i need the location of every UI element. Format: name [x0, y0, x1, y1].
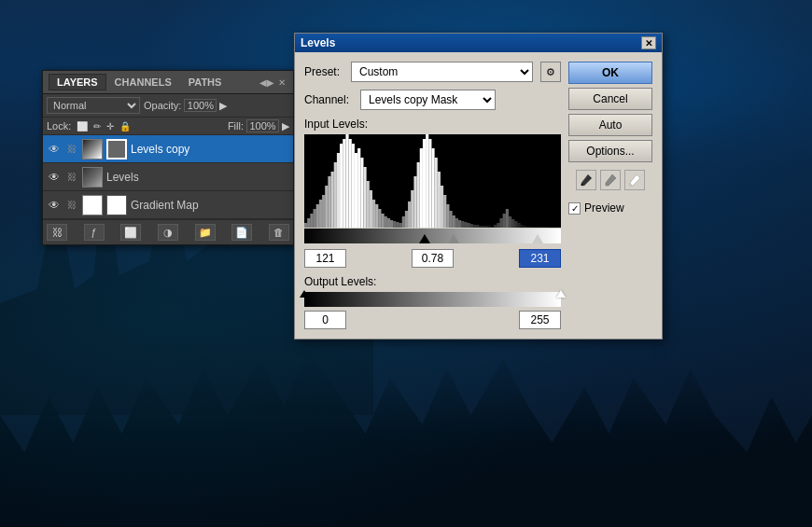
- svg-rect-21: [367, 181, 370, 228]
- lock-label: Lock:: [47, 120, 71, 132]
- layer-link-gradient-map[interactable]: ⛓: [65, 200, 78, 210]
- svg-rect-77: [532, 227, 535, 228]
- layer-row-gradient-map[interactable]: 👁 ⛓ Gradient Map: [43, 191, 293, 219]
- lock-all-icon[interactable]: 🔒: [119, 121, 131, 132]
- svg-rect-24: [375, 204, 378, 228]
- fill-arrow[interactable]: ▶: [282, 120, 289, 132]
- link-layers-btn[interactable]: ⛓: [47, 224, 67, 241]
- svg-point-84: [630, 184, 632, 186]
- layer-style-btn[interactable]: ƒ: [84, 224, 105, 241]
- svg-rect-54: [464, 222, 467, 228]
- svg-rect-38: [417, 162, 420, 228]
- tab-layers[interactable]: LAYERS: [49, 74, 106, 90]
- svg-rect-67: [503, 214, 506, 228]
- svg-rect-46: [441, 186, 443, 228]
- layer-eye-levels[interactable]: 👁: [47, 171, 62, 184]
- preset-select[interactable]: Custom Default: [351, 62, 533, 82]
- delete-layer-btn[interactable]: 🗑: [269, 224, 289, 241]
- svg-rect-45: [438, 172, 441, 228]
- svg-rect-39: [420, 148, 423, 228]
- layers-toolbar: Normal Multiply Screen Opacity: ▶: [43, 94, 293, 118]
- layer-mask-gradient-map: [106, 195, 127, 215]
- svg-rect-78: [536, 227, 539, 228]
- eyedropper-row: [568, 170, 652, 190]
- svg-rect-31: [396, 222, 399, 228]
- svg-rect-8: [328, 176, 330, 228]
- input-black-value[interactable]: [304, 249, 346, 268]
- preset-settings-btn[interactable]: ⚙: [540, 62, 561, 82]
- svg-rect-27: [385, 216, 387, 228]
- input-levels-label: Input Levels:: [304, 118, 561, 131]
- layer-mask-btn[interactable]: ⬜: [120, 224, 141, 241]
- fill-input[interactable]: [246, 119, 279, 132]
- output-white-handle[interactable]: [556, 290, 566, 298]
- layer-link-levels-copy[interactable]: ⛓: [65, 144, 78, 154]
- fill-row: Fill: ▶: [228, 119, 289, 132]
- svg-rect-47: [443, 195, 446, 228]
- input-black-handle[interactable]: [419, 234, 430, 243]
- lock-move-icon[interactable]: ✛: [106, 121, 114, 132]
- svg-rect-75: [526, 227, 529, 228]
- output-black-value[interactable]: [304, 311, 346, 329]
- new-group-btn[interactable]: 📁: [195, 224, 216, 241]
- panel-close-btn[interactable]: ✕: [276, 76, 287, 88]
- lock-paint-icon[interactable]: ✏: [93, 121, 101, 132]
- input-mid-handle[interactable]: [448, 234, 459, 243]
- auto-button[interactable]: Auto: [568, 114, 652, 136]
- svg-rect-42: [428, 139, 431, 228]
- svg-rect-11: [337, 153, 340, 228]
- svg-rect-26: [382, 214, 385, 228]
- output-white-value[interactable]: [519, 311, 561, 329]
- svg-rect-61: [485, 226, 488, 228]
- svg-rect-72: [517, 223, 520, 228]
- white-eyedropper-btn[interactable]: [624, 170, 645, 190]
- layer-row-levels-copy[interactable]: 👁 ⛓ Levels copy: [43, 135, 293, 163]
- input-white-value[interactable]: [519, 249, 561, 268]
- panel-menu-btn[interactable]: ◀▶: [261, 76, 273, 88]
- svg-rect-12: [340, 144, 343, 228]
- ok-button[interactable]: OK: [568, 62, 652, 84]
- layer-eye-levels-copy[interactable]: 👁: [47, 143, 62, 156]
- output-slider-area[interactable]: [304, 292, 561, 307]
- svg-rect-71: [514, 221, 517, 228]
- svg-rect-37: [413, 176, 416, 228]
- svg-rect-29: [390, 220, 393, 228]
- options-button[interactable]: Options...: [568, 140, 652, 162]
- svg-rect-35: [408, 201, 411, 228]
- levels-dialog: Levels ✕ Preset: Custom Default ⚙ Channe…: [294, 33, 663, 340]
- dialog-left-panel: Preset: Custom Default ⚙ Channel: Levels…: [304, 62, 561, 329]
- gray-eyedropper-btn[interactable]: [600, 170, 621, 190]
- svg-point-83: [606, 184, 608, 186]
- channel-select[interactable]: Levels copy Mask RGB Red Green Blue: [360, 90, 496, 110]
- adjustment-layer-btn[interactable]: ◑: [158, 224, 178, 241]
- opacity-input[interactable]: [184, 99, 217, 112]
- svg-rect-55: [468, 223, 470, 228]
- input-white-handle[interactable]: [532, 234, 543, 243]
- layer-name-levels-copy: Levels copy: [131, 143, 289, 156]
- layer-mask-levels-copy: [106, 139, 127, 159]
- tab-channels[interactable]: CHANNELS: [106, 74, 180, 90]
- black-eyedropper-btn[interactable]: [576, 170, 596, 190]
- svg-rect-69: [509, 216, 511, 228]
- preview-row: ✓ Preview: [568, 201, 652, 215]
- blend-mode-select[interactable]: Normal Multiply Screen: [47, 97, 140, 114]
- tab-paths[interactable]: PATHS: [180, 74, 231, 90]
- layer-eye-gradient-map[interactable]: 👁: [47, 199, 62, 212]
- input-mid-value[interactable]: [412, 249, 454, 268]
- layer-link-levels[interactable]: ⛓: [65, 172, 78, 182]
- new-layer-btn[interactable]: 📄: [231, 224, 252, 241]
- svg-rect-34: [405, 211, 408, 228]
- dialog-close-btn[interactable]: ✕: [641, 36, 656, 49]
- cancel-button[interactable]: Cancel: [568, 88, 652, 110]
- input-slider-area[interactable]: [304, 229, 561, 243]
- layer-row-levels[interactable]: 👁 ⛓ Levels: [43, 163, 293, 191]
- output-black-handle[interactable]: [300, 290, 309, 298]
- opacity-arrow[interactable]: ▶: [219, 100, 227, 112]
- svg-rect-28: [387, 218, 390, 228]
- svg-rect-5: [319, 200, 322, 228]
- lock-transparent-icon[interactable]: ⬜: [77, 121, 88, 132]
- white-eyedropper-icon: [628, 173, 641, 187]
- preview-checkbox[interactable]: ✓: [568, 202, 581, 215]
- svg-rect-51: [455, 218, 458, 228]
- layers-panel-titlebar: LAYERS CHANNELS PATHS ◀▶ ✕: [43, 71, 293, 94]
